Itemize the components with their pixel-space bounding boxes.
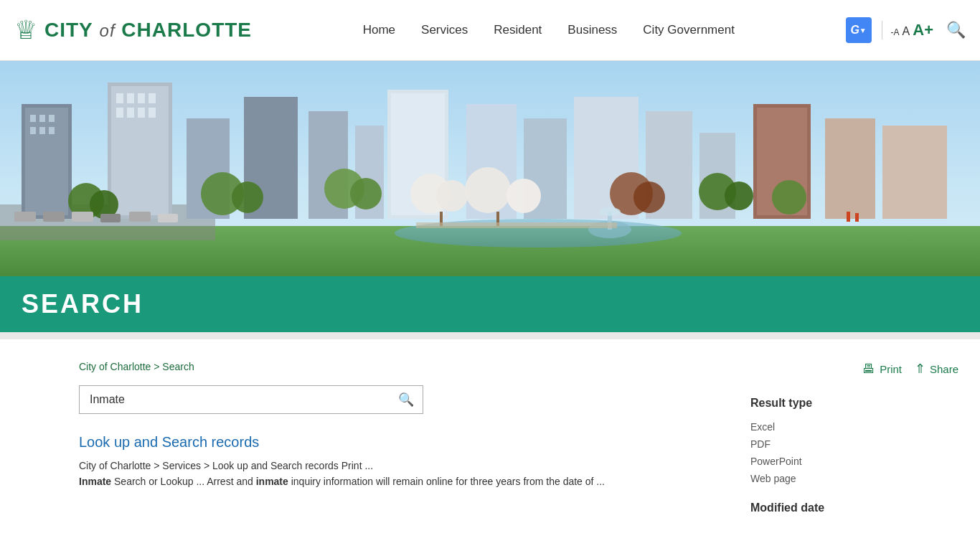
breadcrumb: City of Charlotte > Search [79, 361, 722, 372]
site-logo[interactable]: ♕ CITY of CHARLOTTE [14, 15, 252, 45]
svg-rect-11 [49, 127, 55, 134]
share-button[interactable]: ⇑ Share [915, 361, 958, 377]
snippet-bold1: Inmate [79, 476, 111, 487]
snippet-plain: City of Charlotte > Services > Look up a… [79, 460, 373, 471]
svg-rect-57 [416, 222, 617, 228]
svg-rect-60 [14, 212, 36, 222]
filter-webpage[interactable]: Web page [750, 470, 937, 487]
svg-rect-19 [127, 108, 134, 118]
svg-rect-21 [149, 108, 156, 118]
svg-point-44 [436, 180, 468, 212]
page-title: SEARCH [22, 289, 958, 319]
svg-rect-58 [847, 212, 850, 222]
print-icon: 🖶 [862, 362, 875, 377]
filter-powerpoint[interactable]: PowerPoint [750, 453, 937, 470]
left-panel: City of Charlotte > Search 🔍 Look up and… [79, 361, 722, 519]
svg-point-46 [465, 167, 511, 213]
svg-rect-18 [116, 108, 123, 118]
svg-rect-10 [39, 127, 45, 134]
search-results: Look up and Search records City of Charl… [79, 434, 722, 490]
header-tools: G ▼ -A A A+ 🔍 [846, 17, 966, 43]
share-icon: ⇑ [915, 361, 925, 377]
svg-rect-15 [127, 93, 134, 103]
snippet-middle: Search or Lookup ... Arrest and [111, 476, 256, 487]
print-button[interactable]: 🖶 Print [862, 362, 902, 377]
svg-point-48 [507, 179, 541, 213]
svg-rect-9 [30, 127, 36, 134]
hero-image [0, 61, 980, 276]
filter-excel[interactable]: Excel [750, 418, 937, 435]
result-snippet: City of Charlotte > Services > Look up a… [79, 458, 722, 490]
svg-rect-13 [111, 86, 169, 215]
svg-rect-6 [30, 115, 36, 122]
top-actions: 🖶 Print ⇑ Share [750, 361, 966, 377]
svg-rect-62 [72, 212, 93, 222]
search-banner: SEARCH [0, 276, 980, 332]
right-panel: Result type Excel PDF PowerPoint Web pag… [750, 397, 937, 514]
svg-rect-64 [129, 212, 151, 222]
crown-icon: ♕ [14, 15, 37, 45]
search-box: 🔍 [79, 385, 423, 414]
section-divider [0, 332, 980, 339]
site-header: ♕ CITY of CHARLOTTE Home Services Reside… [0, 0, 980, 61]
search-icon[interactable]: 🔍 [946, 21, 966, 39]
logo-text: CITY of CHARLOTTE [44, 19, 252, 42]
translate-button[interactable]: G ▼ [846, 17, 872, 43]
svg-rect-63 [100, 214, 121, 222]
result-type-heading: Result type [750, 397, 937, 410]
svg-point-42 [350, 178, 382, 209]
svg-rect-35 [825, 118, 875, 219]
svg-rect-17 [149, 93, 156, 103]
translate-arrow: ▼ [859, 27, 867, 34]
svg-rect-14 [116, 93, 123, 103]
font-small-button[interactable]: -A [891, 27, 900, 37]
share-label: Share [930, 363, 958, 375]
svg-rect-8 [49, 115, 55, 122]
filter-pdf[interactable]: PDF [750, 435, 937, 453]
font-medium-button[interactable]: A [903, 25, 910, 38]
main-content: City of Charlotte > Search 🔍 Look up and… [0, 339, 980, 540]
svg-rect-20 [138, 108, 145, 118]
filter-list: Excel PDF PowerPoint Web page [750, 418, 937, 487]
breadcrumb-home[interactable]: City of Charlotte [79, 361, 151, 372]
svg-point-50 [633, 182, 665, 213]
svg-point-40 [232, 182, 263, 213]
search-button[interactable]: 🔍 [390, 386, 423, 413]
translate-icon: G [850, 24, 859, 37]
search-input[interactable] [80, 386, 390, 413]
svg-rect-7 [39, 115, 45, 122]
nav-business[interactable]: Business [557, 16, 627, 44]
font-large-button[interactable]: A+ [913, 21, 933, 39]
svg-point-56 [599, 207, 621, 216]
svg-rect-36 [882, 126, 947, 219]
result-title[interactable]: Look up and Search records [79, 434, 722, 451]
breadcrumb-separator: > [151, 361, 162, 372]
font-size-controls: -A A A+ [882, 21, 933, 39]
svg-point-52 [725, 182, 753, 210]
right-column: 🖶 Print ⇑ Share Result type Excel PDF Po… [750, 361, 966, 519]
breadcrumb-current: Search [162, 361, 194, 372]
svg-rect-16 [138, 93, 145, 103]
main-nav: Home Services Resident Business City Gov… [353, 16, 745, 44]
svg-rect-61 [43, 212, 65, 222]
svg-rect-65 [158, 214, 178, 222]
snippet-bold2: inmate [256, 476, 288, 487]
svg-point-53 [772, 180, 806, 215]
svg-rect-5 [25, 108, 68, 215]
nav-home[interactable]: Home [353, 16, 405, 44]
svg-rect-59 [855, 213, 859, 222]
nav-services[interactable]: Services [411, 16, 478, 44]
print-label: Print [880, 363, 902, 375]
nav-resident[interactable]: Resident [484, 16, 552, 44]
nav-city-government[interactable]: City Government [633, 16, 745, 44]
modified-date-heading: Modified date [750, 501, 937, 514]
search-icon: 🔍 [398, 392, 414, 407]
snippet-end: inquiry information will remain online f… [288, 476, 605, 487]
